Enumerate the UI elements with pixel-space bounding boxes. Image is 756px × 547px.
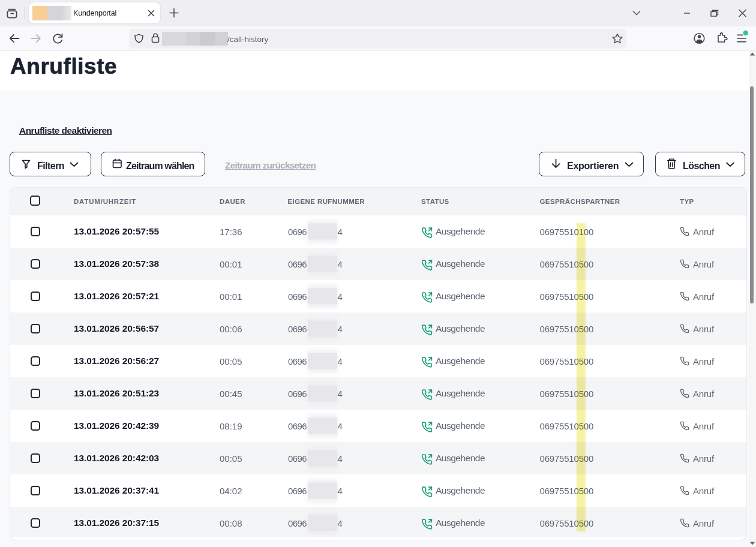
svg-text:Löschen: Löschen [683,161,720,171]
svg-text:Zeitraum wählen: Zeitraum wählen [126,161,194,171]
svg-text:Filtern: Filtern [37,161,64,171]
svg-text:Exportieren: Exportieren [567,161,619,171]
